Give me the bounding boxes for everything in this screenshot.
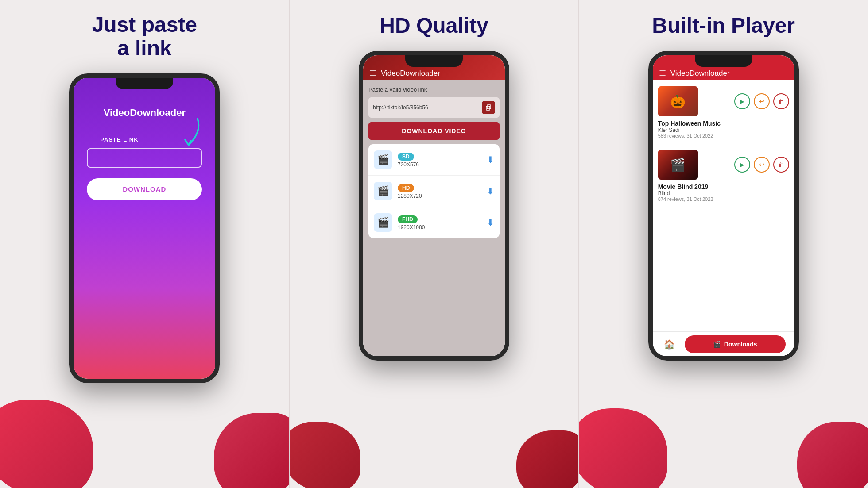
video-item-2-top: 🎬 ▶ ↩ 🗑 bbox=[658, 150, 789, 180]
video-actions-2: ▶ ↩ 🗑 bbox=[702, 157, 789, 173]
video-subtitle-1: Kler Sadi bbox=[658, 127, 789, 133]
phone-3: ☰ VideoDownloader 🎃 ▶ ↩ 🗑 bbox=[648, 51, 799, 361]
download-video-button[interactable]: DOWNLOAD VIDEO bbox=[368, 122, 500, 140]
resolution-hd: 1280X720 bbox=[398, 193, 481, 199]
phone-3-body: ☰ VideoDownloader 🎃 ▶ ↩ 🗑 bbox=[653, 55, 794, 356]
downloads-label: Downloads bbox=[724, 341, 757, 348]
decoration-blob-right-3 bbox=[797, 422, 868, 488]
delete-button-1[interactable]: 🗑 bbox=[773, 93, 789, 109]
video-title-1: Top Halloween Music bbox=[658, 120, 789, 127]
panel-hd-quality: HD Quality ☰ VideoDownloader Paste a val… bbox=[289, 0, 579, 488]
phone-1-body: VideoDownloader PASTE LINK DOWNLOAD bbox=[74, 78, 215, 379]
svg-rect-0 bbox=[486, 106, 490, 110]
decoration-blob-left bbox=[0, 400, 93, 488]
video-thumb-2: 🎬 bbox=[658, 150, 698, 180]
film-icon-fhd: 🎬 bbox=[374, 213, 392, 232]
home-button[interactable]: 🏠 bbox=[662, 336, 678, 352]
decoration-blob-right bbox=[214, 413, 289, 488]
phone-2-content: Paste a valid video link http://:tiktok/… bbox=[363, 80, 505, 356]
video-meta-2: 874 reviews, 31 Oct 2022 bbox=[658, 196, 789, 202]
phone-2-app-title: VideoDownloader bbox=[381, 69, 440, 78]
resolution-fhd: 1920X1080 bbox=[398, 224, 481, 231]
video-subtitle-2: Blind bbox=[658, 190, 789, 196]
quality-item-hd[interactable]: 🎬 HD 1280X720 ⬇ bbox=[368, 176, 500, 207]
phone-3-notch bbox=[695, 55, 752, 67]
hamburger-icon[interactable]: ☰ bbox=[369, 69, 376, 78]
play-button-2[interactable]: ▶ bbox=[734, 157, 750, 173]
phone-3-app-title: VideoDownloader bbox=[670, 69, 730, 78]
film-icon-hd: 🎬 bbox=[374, 182, 392, 200]
panel-paste-link: Just pastea link VideoDownloader PASTE L… bbox=[0, 0, 289, 488]
decoration-blob-left-3 bbox=[579, 408, 667, 488]
copy-button[interactable] bbox=[482, 101, 495, 114]
panel-1-title: Just pastea link bbox=[92, 13, 197, 60]
panel-3-title: Built-in Player bbox=[652, 13, 795, 38]
delete-button-2[interactable]: 🗑 bbox=[773, 157, 789, 173]
badge-fhd: FHD bbox=[398, 215, 418, 223]
download-arrow-sd[interactable]: ⬇ bbox=[487, 154, 494, 165]
thumb-blind: 🎬 bbox=[658, 150, 698, 180]
quality-item-fhd[interactable]: 🎬 FHD 1920X1080 ⬇ bbox=[368, 207, 500, 238]
downloads-icon: 🎬 bbox=[713, 341, 721, 348]
decoration-blob-center-right bbox=[516, 430, 579, 488]
quality-info-hd: HD 1280X720 bbox=[398, 184, 481, 199]
downloads-button[interactable]: 🎬 Downloads bbox=[685, 335, 786, 353]
phone-2: ☰ VideoDownloader Paste a valid video li… bbox=[359, 51, 509, 361]
thumb-halloween: 🎃 bbox=[658, 86, 698, 116]
share-button-2[interactable]: ↩ bbox=[754, 157, 770, 173]
download-arrow-hd[interactable]: ⬇ bbox=[487, 186, 494, 196]
url-input-row[interactable]: http://:tiktok/fe5/356b56 bbox=[368, 97, 500, 118]
url-text: http://:tiktok/fe5/356b56 bbox=[373, 104, 478, 111]
paste-label-2: Paste a valid video link bbox=[368, 86, 500, 93]
download-button-1[interactable]: DOWNLOAD bbox=[87, 178, 202, 200]
video-thumb-1: 🎃 bbox=[658, 86, 698, 116]
quality-info-sd: SD 720X576 bbox=[398, 152, 481, 168]
phone-2-notch bbox=[405, 55, 463, 67]
video-meta-1: 583 reviews, 31 Oct 2022 bbox=[658, 133, 789, 138]
phone-1-notch bbox=[116, 78, 173, 89]
decoration-blob-center-left bbox=[289, 422, 360, 488]
video-item-2: 🎬 ▶ ↩ 🗑 Movie Blind 2019 Blind 874 revie… bbox=[658, 150, 789, 207]
arrow-decoration bbox=[167, 114, 206, 154]
video-item-1: 🎃 ▶ ↩ 🗑 Top Halloween Music Kler Sadi 58… bbox=[658, 86, 789, 144]
svg-rect-1 bbox=[487, 105, 491, 109]
video-title-2: Movie Blind 2019 bbox=[658, 183, 789, 190]
video-item-1-top: 🎃 ▶ ↩ 🗑 bbox=[658, 86, 789, 116]
phone-1: VideoDownloader PASTE LINK DOWNLOAD bbox=[69, 73, 220, 383]
phone-3-content: 🎃 ▶ ↩ 🗑 Top Halloween Music Kler Sadi 58… bbox=[653, 80, 794, 331]
download-arrow-fhd[interactable]: ⬇ bbox=[487, 217, 494, 228]
phone-3-nav: 🏠 🎬 Downloads bbox=[653, 331, 794, 356]
resolution-sd: 720X576 bbox=[398, 161, 481, 168]
film-icon-sd: 🎬 bbox=[374, 150, 392, 169]
quality-info-fhd: FHD 1920X1080 bbox=[398, 215, 481, 231]
badge-sd: SD bbox=[398, 153, 414, 161]
panel-2-title: HD Quality bbox=[380, 13, 488, 38]
quality-list: 🎬 SD 720X576 ⬇ 🎬 HD 1280X720 bbox=[368, 144, 500, 238]
play-button-1[interactable]: ▶ bbox=[734, 93, 750, 109]
quality-item-sd[interactable]: 🎬 SD 720X576 ⬇ bbox=[368, 144, 500, 176]
share-button-1[interactable]: ↩ bbox=[754, 93, 770, 109]
hamburger-icon-3[interactable]: ☰ bbox=[659, 69, 666, 78]
panel-builtin-player: Built-in Player ☰ VideoDownloader 🎃 ▶ bbox=[579, 0, 868, 488]
badge-hd: HD bbox=[398, 184, 414, 192]
video-actions-1: ▶ ↩ 🗑 bbox=[702, 93, 789, 109]
phone-2-body: ☰ VideoDownloader Paste a valid video li… bbox=[363, 55, 505, 356]
